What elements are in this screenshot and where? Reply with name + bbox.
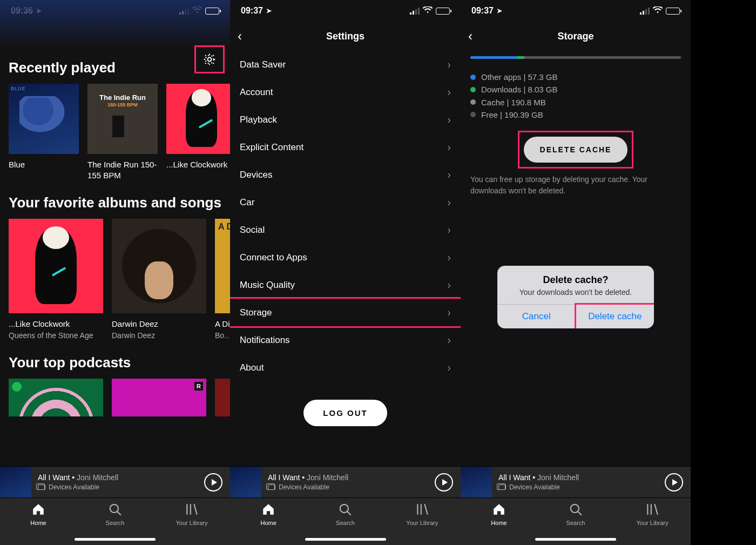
album-title: Blue — [9, 159, 79, 170]
play-icon — [672, 479, 678, 486]
storage-seg-free — [525, 56, 681, 59]
podcast-card[interactable]: RBINGE — [112, 379, 206, 416]
now-playing-bar[interactable]: All I Want • Joni Mitchell Devices Avail… — [461, 466, 691, 497]
podcasts-row: RBINGE — [9, 379, 221, 416]
battery-icon — [205, 8, 219, 15]
podcast-art: RBINGE — [112, 379, 206, 416]
library-icon — [645, 502, 659, 516]
tab-home[interactable]: Home — [230, 502, 307, 545]
settings-item-data-saver[interactable]: Data Saver› — [230, 51, 461, 78]
legend-dot-green — [470, 87, 476, 92]
playlist-title: The Indie Run 150-155 BPM — [87, 159, 158, 180]
delete-cache-button[interactable]: DELETE CACHE — [524, 137, 628, 163]
logout-button[interactable]: LOG OUT — [303, 400, 387, 426]
library-icon — [185, 502, 199, 516]
play-button[interactable] — [435, 473, 453, 492]
album-card[interactable]: ...Like Clockwork Queens of the Stone Ag… — [9, 219, 103, 340]
search-icon — [108, 502, 122, 516]
play-button[interactable] — [204, 473, 222, 492]
page-title: Settings — [326, 31, 364, 42]
svg-line-5 — [194, 504, 197, 515]
podcast-card[interactable] — [9, 379, 103, 416]
chevron-right-icon: › — [447, 196, 451, 208]
chevron-right-icon: › — [447, 306, 451, 319]
battery-icon — [436, 8, 450, 15]
home-indicator — [75, 538, 156, 541]
storage-seg-other — [470, 56, 517, 59]
section-podcasts: Your top podcasts — [9, 354, 221, 371]
status-bar: 09:37➤ — [461, 0, 691, 22]
legend-dot-blue — [470, 75, 476, 80]
delete-cache-highlight: DELETE CACHE — [518, 131, 634, 169]
chevron-right-icon: › — [447, 58, 451, 71]
album-card[interactable]: ...Like Clockwork — [166, 84, 230, 180]
wifi-icon — [653, 6, 663, 15]
tab-bar: Home Search Your Library — [230, 497, 461, 545]
album-art-darwin — [112, 219, 206, 313]
settings-item-playback[interactable]: Playback› — [230, 106, 461, 133]
page-title: Storage — [557, 31, 593, 42]
chevron-right-icon: › — [447, 141, 451, 153]
playlist-card[interactable]: The Indie Run 150-155 BPM The Indie Run … — [87, 84, 158, 180]
play-icon — [212, 479, 217, 486]
settings-item-social[interactable]: Social› — [230, 216, 461, 244]
chevron-right-icon: › — [447, 86, 451, 98]
section-recently-played: Recently played — [9, 59, 221, 76]
album-art-clockwork — [9, 219, 103, 313]
album-card[interactable]: A Diff Bomb — [215, 219, 230, 340]
album-artist: Bomb — [215, 331, 230, 340]
settings-item-car[interactable]: Car› — [230, 189, 461, 216]
svg-point-1 — [110, 504, 118, 513]
devices-icon — [38, 485, 45, 490]
chevron-right-icon: › — [447, 251, 451, 264]
play-button[interactable] — [665, 473, 683, 492]
settings-button[interactable] — [200, 50, 219, 69]
back-button[interactable]: ‹ — [238, 29, 242, 44]
legend-dot-gray — [470, 99, 476, 105]
podcast-card[interactable] — [215, 379, 230, 416]
playlist-art-indie: The Indie Run 150-155 BPM — [87, 84, 158, 154]
svg-point-0 — [208, 58, 212, 62]
tab-home[interactable]: Home — [461, 502, 537, 545]
settings-list: Data Saver› Account› Playback› Explicit … — [230, 51, 461, 466]
home-icon — [31, 502, 45, 516]
now-playing-bar[interactable]: All I Want • Joni Mitchell Devices Avail… — [230, 466, 461, 497]
settings-item-about[interactable]: About› — [230, 354, 461, 381]
settings-item-account[interactable]: Account› — [230, 78, 461, 106]
album-artist: Queens of the Stone Age — [9, 331, 103, 340]
alert-subtitle: Your downloads won't be deleted. — [507, 288, 644, 297]
tab-library[interactable]: Your Library — [384, 502, 461, 545]
search-icon — [569, 502, 583, 516]
album-card[interactable]: Darwin Deez Darwin Deez — [112, 219, 206, 340]
settings-item-connect[interactable]: Connect to Apps› — [230, 244, 461, 271]
devices-icon — [268, 485, 275, 490]
track-title: All I Want — [38, 473, 70, 482]
album-card[interactable]: Blue — [9, 84, 79, 180]
album-title: Darwin Deez — [112, 319, 206, 329]
gear-icon — [202, 52, 217, 66]
devices-icon — [498, 485, 506, 490]
legend-dot-darkgray — [470, 112, 476, 117]
alert-confirm-button[interactable]: Delete cache — [576, 305, 654, 328]
status-bar: 09:37➤ — [230, 0, 461, 22]
settings-item-devices[interactable]: Devices› — [230, 161, 461, 189]
settings-item-notifications[interactable]: Notifications› — [230, 326, 461, 354]
svg-point-11 — [571, 504, 579, 513]
back-button[interactable]: ‹ — [468, 29, 473, 44]
album-art-diff — [215, 219, 230, 313]
home-icon — [492, 502, 506, 516]
now-playing-bar[interactable]: All I Want • Joni Mitchell Devices Avail… — [0, 466, 230, 497]
tab-library[interactable]: Your Library — [153, 502, 230, 545]
tab-home[interactable]: Home — [0, 502, 77, 545]
cellular-icon — [640, 8, 650, 15]
settings-item-music-quality[interactable]: Music Quality› — [230, 271, 461, 299]
alert-cancel-button[interactable]: Cancel — [497, 305, 576, 328]
now-playing-text: All I Want • Joni Mitchell Devices Avail… — [31, 473, 204, 491]
location-icon: ➤ — [36, 7, 42, 15]
wifi-icon — [192, 6, 202, 15]
now-playing-art — [461, 467, 492, 498]
tab-library[interactable]: Your Library — [614, 502, 691, 545]
settings-item-explicit[interactable]: Explicit Content› — [230, 133, 461, 161]
settings-item-storage[interactable]: Storage› — [230, 297, 461, 328]
delete-cache-alert: Delete cache? Your downloads won't be de… — [497, 266, 654, 328]
